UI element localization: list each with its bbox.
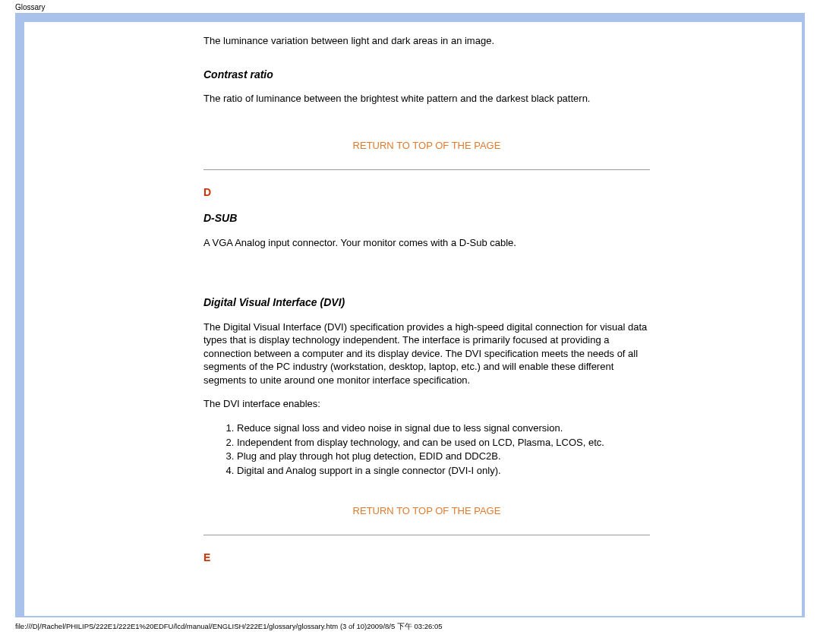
section-divider — [203, 169, 650, 170]
page-header-title: Glossary — [0, 0, 820, 13]
dvi-features-list: Reduce signal loss and video noise in si… — [203, 421, 650, 477]
dsub-body: A VGA Analog input connector. Your monit… — [203, 236, 650, 250]
dvi-enables-intro: The DVI interface enables: — [203, 397, 650, 411]
list-item: Digital and Analog support in a single c… — [237, 464, 650, 478]
footer-file-path: file:///D|/Rachel/PHILIPS/222E1/222E1%20… — [0, 617, 820, 632]
return-to-top-link[interactable]: RETURN TO TOP OF THE PAGE — [203, 504, 650, 518]
intro-paragraph: The luminance variation between light an… — [203, 34, 650, 48]
letter-d-heading: D — [203, 185, 650, 200]
list-item: Reduce signal loss and video noise in si… — [237, 421, 650, 435]
section-divider — [203, 535, 650, 535]
letter-e-heading: E — [203, 551, 650, 565]
list-item: Independent from display technology, and… — [237, 436, 650, 450]
dvi-body: The Digital Visual Interface (DVI) speci… — [203, 320, 650, 387]
contrast-ratio-heading: Contrast ratio — [203, 68, 650, 82]
glossary-content: The luminance variation between light an… — [24, 22, 802, 585]
content-frame: The luminance variation between light an… — [15, 13, 805, 617]
return-to-top-link[interactable]: RETURN TO TOP OF THE PAGE — [203, 139, 650, 153]
dvi-heading: Digital Visual Interface (DVI) — [203, 295, 650, 310]
contrast-ratio-body: The ratio of luminance between the brigh… — [203, 92, 650, 106]
dsub-heading: D-SUB — [203, 211, 650, 226]
list-item: Plug and play through hot plug detection… — [237, 450, 650, 463]
